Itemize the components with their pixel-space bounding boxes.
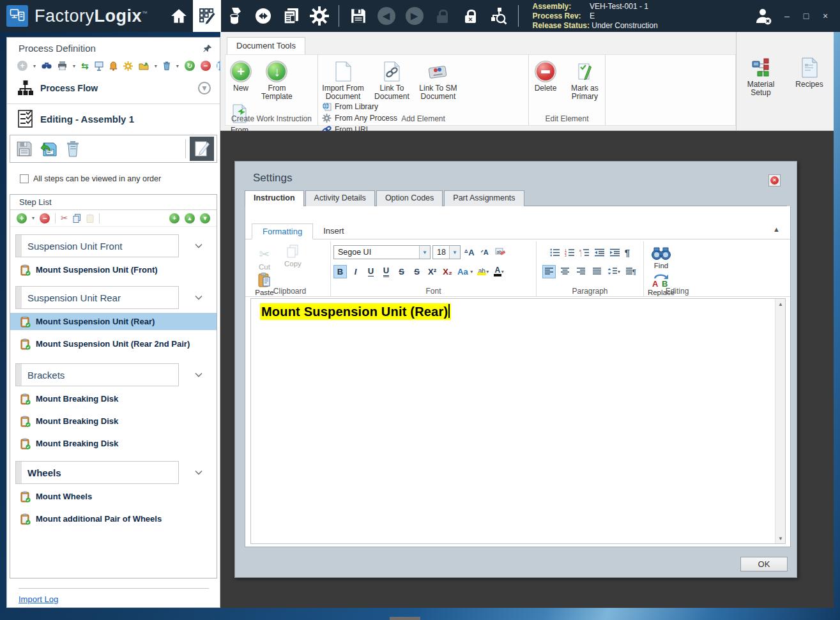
double-underline-button[interactable]: U [379, 265, 393, 278]
step-item[interactable]: Mount Suspension Unit (Rear 2nd Pair) [10, 335, 217, 352]
bell-icon[interactable] [109, 61, 118, 71]
step-item[interactable]: Mount Breaking Disk [10, 412, 217, 430]
dialog-close-button[interactable]: × [768, 174, 781, 186]
stop-circle-icon[interactable]: − [201, 61, 211, 71]
underline-button[interactable]: U [364, 265, 378, 278]
user-signout-icon[interactable] [749, 0, 777, 32]
multilevel-list-icon[interactable]: aii [579, 248, 590, 257]
step-group[interactable]: Wheels [15, 461, 211, 484]
forward-icon[interactable]: ▶ [401, 0, 429, 32]
italic-button[interactable]: I [349, 265, 362, 278]
tab-formatting[interactable]: Formatting [252, 223, 313, 239]
font-color-button[interactable]: A▾ [492, 265, 505, 278]
tab-option-codes[interactable]: Option Codes [376, 190, 443, 206]
step-group[interactable]: Suspension Unit Rear [15, 286, 211, 309]
editor-scrollbar[interactable]: ▲ ▼ [775, 299, 785, 543]
text-highlight-button[interactable]: ab▾ [476, 265, 490, 278]
instruction-editor[interactable]: Mount Suspension Unit (Rear) ▲ ▼ [250, 298, 786, 544]
mark-as-primary-button[interactable]: Mark as Primary [566, 59, 603, 101]
documents-icon[interactable] [277, 0, 305, 32]
grow-font-button[interactable]: ᐞA [462, 246, 476, 259]
release-check-icon[interactable] [485, 0, 513, 32]
edit-instruction-button[interactable] [190, 137, 214, 161]
find-button[interactable]: Find [646, 246, 676, 269]
delete-step-icon[interactable] [61, 137, 84, 160]
link-to-sm-document-button[interactable]: Link To SM Document [417, 59, 459, 101]
chevron-down-icon[interactable] [195, 372, 202, 377]
refresh-circle-icon[interactable]: ↻ [185, 61, 195, 71]
tab-activity-details[interactable]: Activity Details [305, 190, 375, 206]
process-editor-icon[interactable] [193, 0, 221, 32]
chevron-down-icon[interactable] [195, 243, 202, 248]
copy-step-icon[interactable] [73, 214, 81, 223]
chevron-down-icon[interactable] [195, 470, 202, 475]
process-flow-header[interactable]: Process Flow ▼ [17, 77, 211, 99]
options-gear-icon[interactable] [123, 61, 133, 71]
transfer-icon[interactable] [249, 0, 277, 32]
paragraph-options-button[interactable]: ¶ [624, 265, 638, 278]
scroll-up-icon[interactable]: ▲ [775, 299, 786, 309]
presentation-icon[interactable] [95, 61, 103, 71]
expand-down-icon[interactable]: ▼ [198, 82, 211, 95]
material-setup-button[interactable]: Material Setup [740, 55, 781, 130]
step-item[interactable]: Mount Wheels [10, 488, 217, 505]
link-to-document-button[interactable]: Link To Document [372, 59, 411, 101]
import-from-document-button[interactable]: Import From Document [319, 59, 367, 101]
superscript-button[interactable]: X² [425, 265, 439, 278]
step-item[interactable]: Mount additional Pair of Wheels [10, 510, 217, 527]
purge-icon[interactable] [163, 61, 171, 70]
step-item[interactable]: Mount Suspension Unit (Front) [10, 261, 217, 278]
find-icon[interactable] [42, 62, 52, 70]
print-icon[interactable] [57, 61, 67, 70]
add-step-caret[interactable]: ▾ [32, 215, 34, 221]
subscript-button[interactable]: X₂ [441, 265, 454, 278]
ok-button[interactable]: OK [740, 557, 788, 571]
clear-formatting-button[interactable]: ab [493, 246, 507, 259]
strikethrough-button[interactable]: S [395, 265, 408, 278]
line-spacing-button[interactable]: ▾ [606, 265, 622, 278]
step-group[interactable]: Suspension Unit Front [15, 234, 211, 257]
step-item[interactable]: Mount Breaking Disk [10, 390, 217, 407]
pin-icon[interactable] [203, 44, 212, 53]
add-substep-icon[interactable]: + [169, 213, 179, 223]
any-order-option[interactable]: All steps can be viewed in any order [20, 174, 161, 183]
font-family-select[interactable]: Segoe UI▼ [333, 245, 431, 259]
from-template-button[interactable]: ↓ From Template [260, 59, 293, 101]
justify-button[interactable] [590, 265, 604, 278]
import-save-icon[interactable] [37, 137, 60, 160]
step-group[interactable]: Brackets [15, 363, 211, 386]
save-icon[interactable] [344, 0, 372, 32]
move-up-icon[interactable]: ▲ [185, 213, 195, 223]
lock-x-icon[interactable]: × [457, 0, 485, 32]
pilcrow-icon[interactable]: ¶ [625, 247, 630, 258]
remove-step-icon[interactable]: − [40, 213, 50, 223]
any-order-checkbox[interactable] [20, 174, 29, 183]
feeder-setup-icon[interactable] [221, 0, 249, 32]
purge-caret[interactable]: ▾ [176, 63, 179, 69]
change-case-button[interactable]: Aa ▾ [456, 265, 474, 278]
save-step-icon[interactable] [13, 137, 36, 160]
sync-links-icon[interactable]: ⇆ [81, 61, 89, 71]
move-down-icon[interactable]: ▼ [200, 213, 210, 223]
increase-indent-icon[interactable] [609, 248, 620, 257]
maximize-button[interactable]: □ [797, 11, 816, 21]
chevron-down-icon[interactable] [195, 295, 202, 300]
import-log-link[interactable]: Import Log [19, 594, 58, 604]
shrink-font-button[interactable]: ᐟA [478, 246, 491, 259]
tab-insert[interactable]: Insert [313, 223, 355, 239]
double-strikethrough-button[interactable]: S [410, 265, 424, 278]
minimize-button[interactable]: – [777, 11, 797, 21]
settings-gear-icon[interactable] [305, 0, 333, 32]
add-step-icon[interactable]: + [17, 213, 27, 223]
recipes-button[interactable]: Recipes [789, 55, 830, 130]
font-size-select[interactable]: 18▼ [432, 245, 461, 259]
numbered-list-icon[interactable]: 123 [565, 248, 575, 257]
tab-instruction[interactable]: Instruction [245, 190, 304, 206]
close-button[interactable]: × [816, 11, 835, 21]
print-caret[interactable]: ▾ [73, 63, 75, 69]
bold-button[interactable]: B [333, 265, 347, 278]
collapse-ribbon-icon[interactable]: ▲ [773, 225, 780, 233]
scroll-down-icon[interactable]: ▼ [775, 533, 786, 543]
home-icon[interactable] [165, 0, 193, 32]
step-item-selected[interactable]: Mount Suspension Unit (Rear) [10, 313, 217, 330]
